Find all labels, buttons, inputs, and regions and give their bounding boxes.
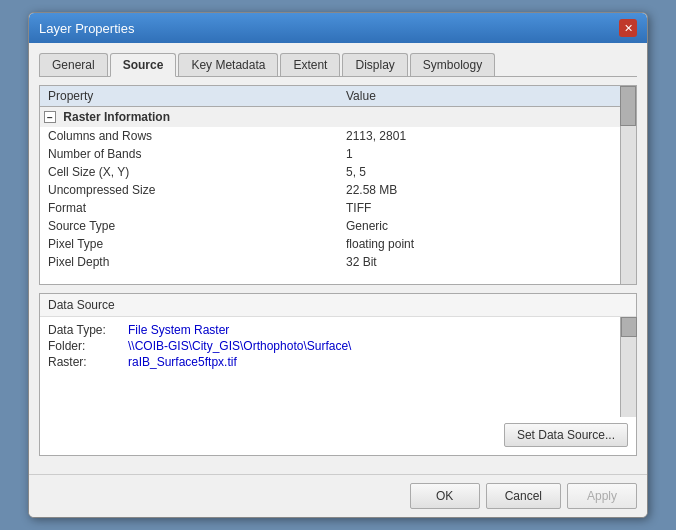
ds-row-folder: Folder: \\COIB-GIS\City_GIS\Orthophoto\S… <box>48 339 612 353</box>
prop-columns-rows-value: 2113, 2801 <box>338 127 636 145</box>
table-row: Pixel Type floating point <box>40 235 636 253</box>
tab-source[interactable]: Source <box>110 53 177 77</box>
ds-row-raster: Raster: raIB_Surface5ftpx.tif <box>48 355 612 369</box>
ds-raster-key: Raster: <box>48 355 128 369</box>
data-source-content: Data Type: File System Raster Folder: \\… <box>40 317 636 417</box>
ds-raster-value: raIB_Surface5ftpx.tif <box>128 355 612 369</box>
prop-source-type-value: Generic <box>338 217 636 235</box>
table-row: Number of Bands 1 <box>40 145 636 163</box>
close-button[interactable]: ✕ <box>619 19 637 37</box>
prop-pixel-depth-label: Pixel Depth <box>40 253 338 271</box>
dialog-title: Layer Properties <box>39 21 134 36</box>
dialog-footer: OK Cancel Apply <box>29 474 647 517</box>
set-data-source-button[interactable]: Set Data Source... <box>504 423 628 447</box>
dialog-body: General Source Key Metadata Extent Displ… <box>29 43 647 474</box>
prop-uncompressed-label: Uncompressed Size <box>40 181 338 199</box>
prop-pixel-type-label: Pixel Type <box>40 235 338 253</box>
ok-button[interactable]: OK <box>410 483 480 509</box>
ds-folder-key: Folder: <box>48 339 128 353</box>
prop-pixel-type-value: floating point <box>338 235 636 253</box>
prop-format-label: Format <box>40 199 338 217</box>
cancel-button[interactable]: Cancel <box>486 483 561 509</box>
apply-button[interactable]: Apply <box>567 483 637 509</box>
ds-row-type: Data Type: File System Raster <box>48 323 612 337</box>
col-header-value: Value <box>338 86 636 107</box>
table-scrollbar-thumb[interactable] <box>620 86 636 126</box>
table-row: Columns and Rows 2113, 2801 <box>40 127 636 145</box>
ds-folder-value: \\COIB-GIS\City_GIS\Orthophoto\Surface\ <box>128 339 612 353</box>
prop-uncompressed-value: 22.58 MB <box>338 181 636 199</box>
table-row: Uncompressed Size 22.58 MB <box>40 181 636 199</box>
prop-cell-size-label: Cell Size (X, Y) <box>40 163 338 181</box>
ds-scrollbar-thumb[interactable] <box>621 317 637 337</box>
prop-bands-label: Number of Bands <box>40 145 338 163</box>
group-label: Raster Information <box>63 110 170 124</box>
table-row: Source Type Generic <box>40 217 636 235</box>
tab-general[interactable]: General <box>39 53 108 76</box>
ds-scrollbar-track[interactable] <box>620 317 636 417</box>
data-source-label: Data Source <box>40 294 636 317</box>
prop-bands-value: 1 <box>338 145 636 163</box>
data-source-text: Data Type: File System Raster Folder: \\… <box>40 317 620 417</box>
tab-key-metadata[interactable]: Key Metadata <box>178 53 278 76</box>
ds-type-key: Data Type: <box>48 323 128 337</box>
table-scrollbar-track[interactable] <box>620 86 636 284</box>
tab-extent[interactable]: Extent <box>280 53 340 76</box>
prop-source-type-label: Source Type <box>40 217 338 235</box>
col-header-property: Property <box>40 86 338 107</box>
property-table-container: Property Value − Raster Information Colu… <box>39 85 637 285</box>
tab-display[interactable]: Display <box>342 53 407 76</box>
prop-format-value: TIFF <box>338 199 636 217</box>
prop-columns-rows-label: Columns and Rows <box>40 127 338 145</box>
prop-cell-size-value: 5, 5 <box>338 163 636 181</box>
tab-symbology[interactable]: Symbology <box>410 53 495 76</box>
title-bar: Layer Properties ✕ <box>29 13 647 43</box>
table-row: Cell Size (X, Y) 5, 5 <box>40 163 636 181</box>
data-source-section: Data Source Data Type: File System Raste… <box>39 293 637 456</box>
raster-info-group-header: − Raster Information <box>40 107 636 128</box>
prop-pixel-depth-value: 32 Bit <box>338 253 636 271</box>
table-row: Pixel Depth 32 Bit <box>40 253 636 271</box>
ds-type-value: File System Raster <box>128 323 612 337</box>
table-row: Format TIFF <box>40 199 636 217</box>
tab-bar: General Source Key Metadata Extent Displ… <box>39 53 637 77</box>
collapse-icon[interactable]: − <box>44 111 56 123</box>
layer-properties-dialog: Layer Properties ✕ General Source Key Me… <box>28 12 648 518</box>
property-table: Property Value − Raster Information Colu… <box>40 86 636 271</box>
set-data-source-row: Set Data Source... <box>40 417 636 455</box>
